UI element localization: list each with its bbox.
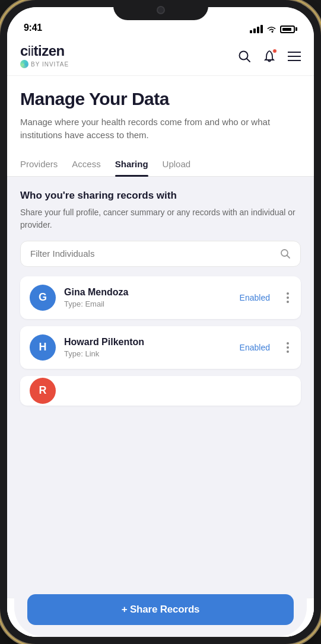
tab-sharing[interactable]: Sharing — [115, 152, 148, 176]
search-button[interactable] — [238, 50, 251, 63]
contact-status-howard: Enabled — [240, 343, 270, 352]
header-icons — [238, 50, 301, 63]
search-box[interactable] — [20, 241, 301, 267]
app-content: ciitizen by INVITAE — [7, 37, 314, 637]
logo-subtitle: by INVITAE — [20, 60, 69, 68]
contact-name-gina: Gina Mendoza — [64, 287, 231, 298]
wifi-icon — [266, 25, 276, 33]
tabs-container: Providers Access Sharing Upload — [7, 152, 314, 177]
logo-text: ciitizen — [20, 44, 69, 58]
sharing-header: Who you're sharing records with Share yo… — [7, 177, 314, 241]
avatar-partial: R — [30, 378, 56, 404]
status-time: 9:41 — [24, 23, 42, 33]
more-options-gina[interactable] — [284, 290, 291, 305]
contact-card-howard: H Howard Pilkenton Type: Link Enabled — [20, 326, 301, 369]
signal-bars-icon — [250, 25, 263, 33]
sharing-title: Who you're sharing records with — [20, 190, 301, 202]
avatar-gina: G — [30, 285, 56, 311]
contact-type-howard: Type: Link — [64, 349, 231, 358]
contact-type-gina: Type: Email — [64, 299, 231, 308]
main-section: Who you're sharing records with Share yo… — [7, 177, 314, 598]
app-header: ciitizen by INVITAE — [7, 37, 314, 76]
logo: ciitizen by INVITAE — [20, 44, 69, 68]
contact-name-howard: Howard Pilkenton — [64, 337, 231, 347]
notification-dot — [272, 49, 277, 53]
search-container — [20, 241, 301, 267]
avatar-howard: H — [30, 334, 56, 361]
hamburger-icon — [288, 51, 301, 62]
search-icon — [238, 50, 251, 63]
share-records-button[interactable]: + Share Records — [27, 594, 294, 625]
menu-button[interactable] — [288, 51, 301, 62]
tab-upload[interactable]: Upload — [163, 152, 191, 176]
tab-access[interactable]: Access — [72, 152, 100, 176]
search-input[interactable] — [30, 248, 274, 259]
contact-status-gina: Enabled — [240, 293, 270, 302]
sharing-description: Share your full profile, cancer summary … — [20, 206, 301, 231]
page-title: Manage Your Data — [20, 89, 301, 110]
notifications-button[interactable] — [263, 50, 276, 63]
contact-card-partial: R — [20, 376, 301, 406]
contact-info-howard: Howard Pilkenton Type: Link — [64, 337, 231, 358]
tab-providers[interactable]: Providers — [20, 152, 58, 176]
page-title-section: Manage Your Data Manage where your healt… — [7, 76, 314, 152]
bottom-bar: + Share Records — [14, 586, 307, 637]
page-description: Manage where your health records come fr… — [20, 116, 301, 142]
search-icon — [280, 248, 291, 259]
battery-icon — [280, 25, 297, 33]
more-options-howard[interactable] — [284, 340, 291, 355]
logo-subtitle-text: by INVITAE — [31, 61, 69, 68]
invitae-icon — [20, 60, 28, 68]
contact-info-gina: Gina Mendoza Type: Email — [64, 287, 231, 308]
status-icons — [250, 25, 297, 33]
contact-card-gina: G Gina Mendoza Type: Email Enabled — [20, 276, 301, 319]
